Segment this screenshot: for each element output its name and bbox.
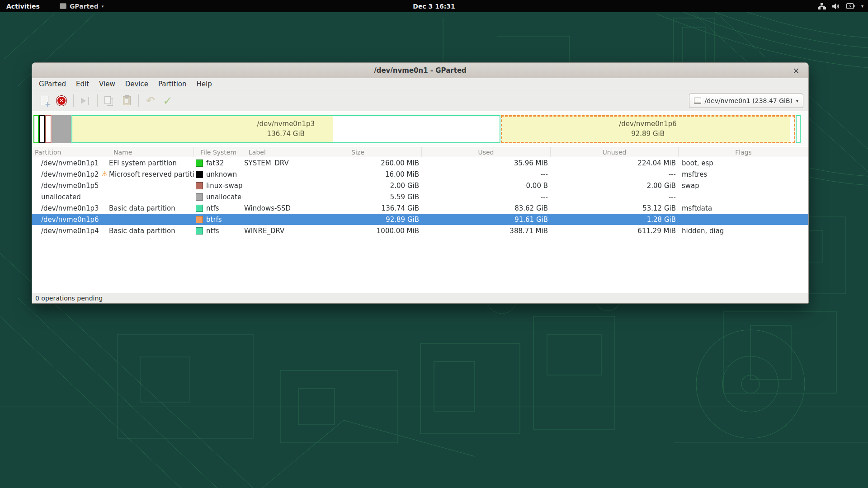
- cell-filesystem: ntfs: [194, 227, 242, 235]
- table-row[interactable]: /dev/nvme0n1p2⚠Microsoft reserved partit…: [32, 169, 808, 180]
- partition-segment-nvme0n1p4[interactable]: [796, 115, 801, 143]
- activities-button[interactable]: Activities: [0, 0, 46, 12]
- close-icon[interactable]: ×: [790, 65, 802, 76]
- cell-size: 260.00 MiB: [294, 159, 422, 167]
- drive-icon: [694, 98, 701, 104]
- table-row[interactable]: /dev/nvme0n1p5linux-swap2.00 GiB0.00 B2.…: [32, 180, 808, 191]
- cell-used: 83.62 GiB: [422, 204, 551, 212]
- paste-icon: [123, 96, 131, 105]
- table-row[interactable]: /dev/nvme0n1p4Basic data partitionntfsWI…: [32, 225, 808, 236]
- cell-flags: msftres: [679, 170, 808, 178]
- copy-button[interactable]: [101, 93, 118, 109]
- warning-icon: ⚠: [102, 171, 107, 178]
- menu-gparted[interactable]: GParted: [34, 79, 71, 89]
- delete-partition-button[interactable]: [53, 93, 70, 109]
- partition-segment-nvme0n1p2[interactable]: [39, 115, 45, 143]
- cell-unused: ---: [551, 193, 679, 201]
- cell-used: 0.00 B: [422, 182, 551, 190]
- cell-used: ---: [422, 193, 551, 201]
- gparted-app-icon: [60, 3, 66, 9]
- cell-used: 35.96 MiB: [422, 159, 551, 167]
- menu-device[interactable]: Device: [120, 79, 153, 89]
- cell-filesystem: fat32: [194, 159, 242, 167]
- cell-partition: /dev/nvme0n1p4: [32, 227, 107, 235]
- gnome-top-bar: Activities GParted ▾ Dec 3 16:31 ▾: [0, 0, 868, 12]
- partition-segment-unallocated[interactable]: [52, 115, 71, 143]
- check-icon: ✓: [163, 94, 173, 108]
- filesystem-color-swatch: [196, 193, 203, 201]
- apply-button[interactable]: ✓: [159, 93, 176, 109]
- table-row[interactable]: /dev/nvme0n1p6btrfs92.89 GiB91.61 GiB1.2…: [32, 214, 808, 225]
- resize-move-button[interactable]: [77, 93, 94, 109]
- chevron-down-icon: ▾: [796, 99, 798, 103]
- toolbar-separator: [73, 94, 74, 107]
- column-header-flags: Flags: [679, 147, 808, 157]
- table-row[interactable]: /dev/nvme0n1p3Basic data partitionntfsWi…: [32, 202, 808, 214]
- cell-flags: msftdata: [679, 204, 808, 212]
- network-wired-icon: [818, 3, 826, 9]
- cell-partition: unallocated: [32, 193, 107, 201]
- cell-filesystem: linux-swap: [194, 182, 242, 190]
- cell-name: Basic data partition: [107, 227, 194, 235]
- partition-table: PartitionNameFile SystemLabelSizeUsedUnu…: [32, 147, 808, 303]
- cell-size: 2.00 GiB: [294, 182, 422, 190]
- cell-size: 136.74 GiB: [294, 204, 422, 212]
- app-menu-button[interactable]: GParted ▾: [56, 0, 107, 12]
- menu-view[interactable]: View: [94, 79, 120, 89]
- cell-partition: /dev/nvme0n1p2⚠: [32, 170, 107, 178]
- filesystem-color-swatch: [196, 182, 203, 189]
- clock[interactable]: Dec 3 16:31: [0, 3, 868, 10]
- filesystem-color-swatch: [196, 160, 203, 167]
- copy-icon: [104, 96, 111, 104]
- table-row[interactable]: unallocatedunallocated5.59 GiB------: [32, 191, 808, 202]
- cell-size: 92.89 GiB: [294, 216, 422, 224]
- delete-icon: [57, 96, 66, 106]
- filesystem-color-swatch: [196, 171, 203, 178]
- partition-segment-label: /dev/nvme0n1p3136.74 GiB: [257, 119, 315, 139]
- pending-operations-text: 0 operations pending: [35, 295, 103, 302]
- menubar: GPartedEditViewDevicePartitionHelp: [32, 78, 808, 90]
- cell-used: 91.61 GiB: [422, 216, 551, 224]
- volume-icon: [832, 3, 840, 9]
- toolbar-separator: [97, 94, 98, 107]
- menu-edit[interactable]: Edit: [71, 79, 94, 89]
- cell-name: Microsoft reserved partition: [107, 170, 194, 178]
- cell-partition: /dev/nvme0n1p5: [32, 182, 107, 190]
- cell-unused: 1.28 GiB: [551, 216, 679, 224]
- system-status-area[interactable]: ▾: [818, 0, 863, 12]
- column-header-name: Name: [107, 147, 194, 157]
- menu-help[interactable]: Help: [192, 79, 217, 89]
- filesystem-color-swatch: [196, 227, 203, 235]
- cell-size: 16.00 MiB: [294, 170, 422, 178]
- toolbar-separator: [138, 94, 139, 107]
- cell-filesystem: btrfs: [194, 216, 242, 224]
- cell-flags: hidden, diag: [679, 227, 808, 235]
- partition-segment-nvme0n1p3[interactable]: /dev/nvme0n1p3136.74 GiB: [71, 115, 500, 143]
- partition-segment-nvme0n1p1[interactable]: [33, 115, 39, 143]
- table-row[interactable]: /dev/nvme0n1p1EFI system partitionfat32S…: [32, 157, 808, 169]
- undo-button[interactable]: ↶: [142, 93, 159, 109]
- cell-used: ---: [422, 170, 551, 178]
- cell-used: 388.71 MiB: [422, 227, 551, 235]
- cell-unused: 2.00 GiB: [551, 182, 679, 190]
- status-bar: 0 operations pending: [32, 293, 808, 303]
- window-titlebar[interactable]: /dev/nvme0n1 - GParted ×: [32, 63, 808, 78]
- partition-segment-nvme0n1p6[interactable]: /dev/nvme0n1p692.89 GiB: [501, 115, 795, 143]
- cell-name: EFI system partition: [107, 159, 194, 167]
- paste-button[interactable]: [118, 93, 135, 109]
- resize-arrow-icon: [80, 96, 91, 105]
- column-header-used: Used: [422, 147, 551, 157]
- partition-segment-nvme0n1p5[interactable]: [45, 115, 52, 143]
- cell-flags: swap: [679, 182, 808, 190]
- partition-visual-bar: /dev/nvme0n1p3136.74 GiB/dev/nvme0n1p692…: [33, 115, 807, 143]
- toolbar: ↶✓ /dev/nvme0n1 (238.47 GiB) ▾: [32, 90, 808, 111]
- toolbar-buttons: ↶✓: [36, 93, 176, 109]
- menu-partition[interactable]: Partition: [153, 79, 192, 89]
- column-header-unused: Unused: [551, 147, 679, 157]
- column-header-file-system: File System: [194, 147, 242, 157]
- device-selector[interactable]: /dev/nvme0n1 (238.47 GiB) ▾: [689, 94, 804, 108]
- cell-label: SYSTEM_DRV: [242, 159, 294, 167]
- battery-charging-icon: [846, 3, 855, 9]
- cell-filesystem: unknown: [194, 170, 242, 178]
- new-partition-button[interactable]: [36, 93, 53, 109]
